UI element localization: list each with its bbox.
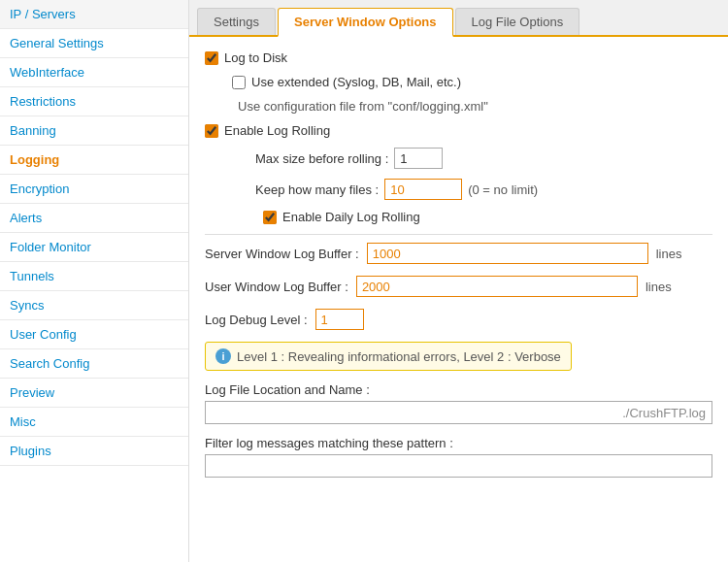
content-area: Log to Disk Use extended (Syslog, DB, Ma… xyxy=(189,37,728,562)
max-size-row: Max size before rolling : xyxy=(255,148,712,169)
debug-level-input[interactable] xyxy=(315,309,364,330)
keep-files-note: (0 = no limit) xyxy=(468,182,538,197)
server-buffer-unit: lines xyxy=(656,247,682,261)
sidebar-item-webinterface[interactable]: WebInterface xyxy=(0,58,188,87)
log-location-label: Log File Location and Name : xyxy=(205,382,712,397)
sidebar-item-syncs[interactable]: Syncs xyxy=(0,291,188,320)
keep-files-input[interactable] xyxy=(384,179,462,200)
tab-server-window-options[interactable]: Server Window Options xyxy=(278,8,453,37)
info-icon: i xyxy=(215,348,231,364)
max-size-label: Max size before rolling : xyxy=(255,151,388,166)
server-buffer-row: Server Window Log Buffer : lines xyxy=(205,243,712,264)
use-extended-row: Use extended (Syslog, DB, Mail, etc.) xyxy=(232,75,712,89)
server-buffer-input[interactable] xyxy=(367,243,648,264)
sidebar-item-alerts[interactable]: Alerts xyxy=(0,204,188,233)
sidebar-item-ip-/-servers[interactable]: IP / Servers xyxy=(0,0,188,29)
user-buffer-row: User Window Log Buffer : lines xyxy=(205,276,712,297)
sidebar-item-user-config[interactable]: User Config xyxy=(0,320,188,349)
keep-files-row: Keep how many files : (0 = no limit) xyxy=(255,179,712,200)
main-content: SettingsServer Window OptionsLog File Op… xyxy=(189,0,728,562)
debug-level-label: Log Debug Level : xyxy=(205,313,308,327)
tab-log-file-options[interactable]: Log File Options xyxy=(455,8,580,35)
enable-daily-checkbox[interactable] xyxy=(263,211,277,224)
enable-log-rolling-label: Enable Log Rolling xyxy=(224,123,330,138)
debug-level-row: Log Debug Level : xyxy=(205,309,712,330)
log-location-input[interactable] xyxy=(205,401,712,424)
sidebar-item-encryption[interactable]: Encryption xyxy=(0,175,188,204)
filter-input[interactable] xyxy=(205,454,712,478)
sidebar-item-search-config[interactable]: Search Config xyxy=(0,349,188,379)
sidebar-item-general-settings[interactable]: General Settings xyxy=(0,29,188,58)
config-file-text: Use configuration file from "conf/loggin… xyxy=(238,99,712,114)
log-location-block: Log File Location and Name : xyxy=(205,382,712,424)
enable-log-rolling-row: Enable Log Rolling xyxy=(205,123,712,138)
sidebar-item-restrictions[interactable]: Restrictions xyxy=(0,87,188,116)
sidebar-item-banning[interactable]: Banning xyxy=(0,116,188,146)
user-buffer-input[interactable] xyxy=(356,276,638,297)
user-buffer-unit: lines xyxy=(645,280,672,294)
sidebar-item-plugins[interactable]: Plugins xyxy=(0,437,188,466)
enable-daily-row: Enable Daily Log Rolling xyxy=(263,210,712,224)
sidebar-item-misc[interactable]: Misc xyxy=(0,408,188,437)
sidebar-item-tunnels[interactable]: Tunnels xyxy=(0,262,188,291)
keep-files-label: Keep how many files : xyxy=(255,182,379,197)
use-extended-checkbox[interactable] xyxy=(232,76,246,89)
server-buffer-label: Server Window Log Buffer : xyxy=(205,247,359,261)
user-buffer-label: User Window Log Buffer : xyxy=(205,280,348,294)
filter-label: Filter log messages matching these patte… xyxy=(205,436,712,450)
tab-settings[interactable]: Settings xyxy=(197,8,276,35)
log-location-input-wrap xyxy=(205,401,712,424)
log-to-disk-row: Log to Disk xyxy=(205,50,712,65)
max-size-input[interactable] xyxy=(394,148,443,169)
sidebar-item-preview[interactable]: Preview xyxy=(0,379,188,408)
sidebar-item-folder-monitor[interactable]: Folder Monitor xyxy=(0,233,188,262)
sidebar-item-logging[interactable]: Logging xyxy=(0,146,188,175)
info-box: i Level 1 : Revealing informational erro… xyxy=(205,342,572,371)
log-to-disk-checkbox[interactable] xyxy=(205,51,218,65)
log-to-disk-label: Log to Disk xyxy=(224,50,287,65)
enable-log-rolling-checkbox[interactable] xyxy=(205,124,218,138)
filter-input-wrap xyxy=(205,454,712,478)
use-extended-label: Use extended (Syslog, DB, Mail, etc.) xyxy=(251,75,461,89)
filter-block: Filter log messages matching these patte… xyxy=(205,436,712,478)
sidebar: IP / ServersGeneral SettingsWebInterface… xyxy=(0,0,189,562)
tabs-bar: SettingsServer Window OptionsLog File Op… xyxy=(189,0,728,37)
enable-daily-label: Enable Daily Log Rolling xyxy=(282,210,420,224)
info-message: Level 1 : Revealing informational errors… xyxy=(237,349,561,364)
